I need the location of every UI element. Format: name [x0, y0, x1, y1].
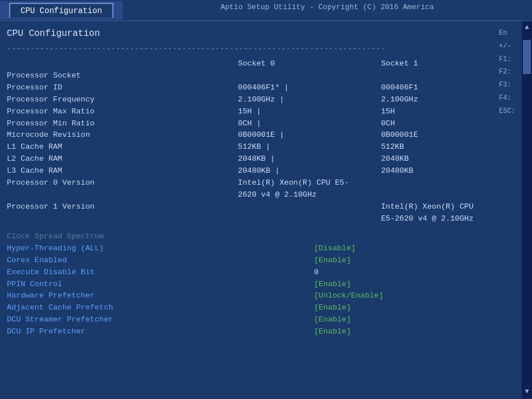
page-title: CPU Configuration [7, 27, 488, 41]
socket0-header: Socket 0 [226, 58, 364, 70]
list-item[interactable]: DCU IP Prefetcher[Enable] [7, 326, 488, 338]
list-item[interactable]: Cores Enabled[Enable] [7, 255, 488, 267]
scroll-thumb[interactable] [523, 40, 531, 74]
list-item[interactable]: Adjacent Cache Prefetch[Enable] [7, 302, 488, 314]
table-row: Processor Min Ratio0CH |0CH [7, 118, 488, 130]
scroll-up-icon[interactable]: ▲ [525, 22, 529, 33]
table-row: L2 Cache RAM2048KB |2048KB [7, 153, 488, 165]
socket1-header: Socket 1 [364, 58, 488, 70]
table-row: Processor Socket [7, 70, 488, 82]
scrollbar[interactable]: ▲ ▼ [522, 21, 532, 398]
list-item[interactable]: DCU Streamer Prefetcher[Enable] [7, 314, 488, 326]
table-row: L1 Cache RAM512KB |512KB [7, 141, 488, 153]
list-item[interactable]: Hyper-Threading (ALL)[Disable] [7, 243, 488, 255]
list-item[interactable]: Clock Spread Spectrum [7, 231, 488, 243]
table-row: L3 Cache RAM20480KB |20480KB [7, 165, 488, 177]
table-row: Processor 0 VersionIntel(R) Xeon(R) CPU … [7, 177, 488, 201]
table-row: Processor Max Ratio15H |15H [7, 106, 488, 118]
table-row: Microcode Revision0B00001E |0B00001E [7, 129, 488, 141]
settings-table: Clock Spread SpectrumHyper-Threading (AL… [7, 231, 488, 338]
table-row: Processor ID000406F1* |000406F1 [7, 82, 488, 94]
divider: ----------------------------------------… [7, 43, 488, 55]
table-row: Processor 1 VersionIntel(R) Xeon(R) CPU … [7, 201, 488, 225]
header-title: Aptio Setup Utility - Copyright (C) 2016… [123, 1, 532, 19]
list-item[interactable]: PPIN Control[Enable] [7, 279, 488, 291]
cpu-info-table: Socket 0 Socket 1 Processor SocketProces… [7, 58, 488, 225]
scroll-down-icon[interactable]: ▼ [525, 386, 529, 397]
table-row: Processor Frequency2.100GHz |2.100GHz [7, 94, 488, 106]
list-item[interactable]: Hardware Prefetcher[Unlock/Enable] [7, 290, 488, 302]
list-item[interactable]: Execute Disable Bit0 [7, 267, 488, 279]
tab-label[interactable]: CPU Configuration [9, 3, 113, 18]
